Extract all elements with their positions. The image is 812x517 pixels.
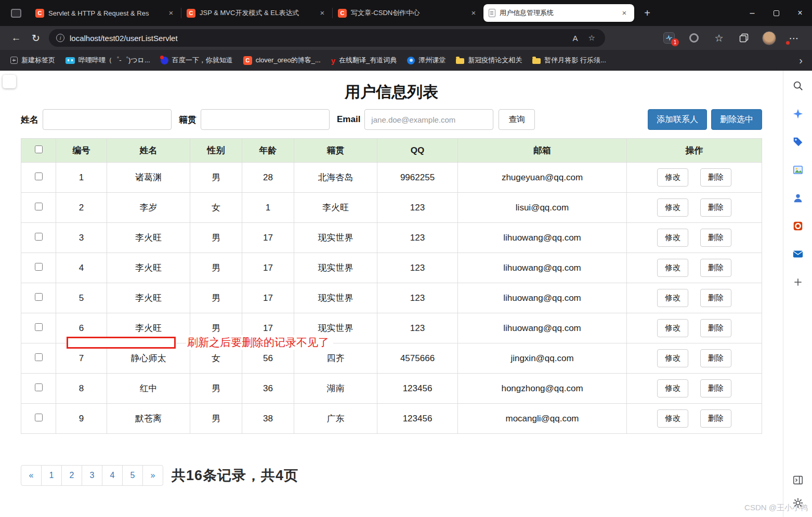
edit-button[interactable]: 修改	[657, 229, 688, 247]
collections-icon	[739, 33, 749, 43]
delete-button[interactable]: 删除	[700, 198, 731, 217]
tab-close-icon[interactable]: ×	[620, 8, 629, 18]
bookmark-youdao[interactable]: y 在线翻译_有道词典	[326, 53, 402, 68]
maximize-button[interactable]	[764, 0, 788, 26]
sidebar-search-button[interactable]	[791, 79, 805, 92]
csdn-icon: C	[243, 56, 252, 65]
pagination-page-2[interactable]: 2	[61, 465, 82, 486]
select-all-checkbox[interactable]	[35, 145, 43, 153]
bookmarks-overflow-chevron-icon[interactable]: ›	[795, 55, 807, 67]
profile-avatar[interactable]	[759, 29, 779, 47]
delete-button[interactable]: 删除	[700, 259, 731, 277]
pagination-page-5[interactable]: 5	[122, 465, 143, 486]
sidebar-shopping-button[interactable]	[791, 135, 805, 149]
row-checkbox[interactable]	[35, 414, 43, 421]
tab-close-icon[interactable]: ×	[469, 8, 478, 18]
address-bar[interactable]: i localhost/test02/userListServlet A ☆	[49, 29, 605, 47]
column-header-age: 年龄	[242, 139, 294, 163]
row-checkbox[interactable]	[35, 233, 43, 241]
browser-tab-user-system-active[interactable]: 用户信息管理系统 ×	[483, 4, 634, 22]
delete-button[interactable]: 删除	[700, 349, 731, 367]
tab-close-icon[interactable]: ×	[318, 8, 327, 18]
cell-id: 9	[56, 404, 107, 434]
new-tab-button[interactable]: +	[639, 5, 655, 21]
cell-actions: 修改 删除	[627, 253, 762, 283]
collections-button[interactable]	[734, 29, 754, 47]
edit-button[interactable]: 修改	[657, 409, 688, 428]
bookmark-csdn-blog[interactable]: C clover_oreo的博客_...	[238, 53, 326, 68]
edit-button[interactable]: 修改	[657, 349, 688, 367]
read-aloud-icon[interactable]: A	[570, 34, 581, 43]
edit-button[interactable]: 修改	[657, 168, 688, 187]
bookmark-folder-misc[interactable]: 暂伴月将影 行乐须...	[527, 53, 611, 68]
bookmark-baidu[interactable]: 百度一下，你就知道	[155, 53, 238, 68]
pagination-next[interactable]: »	[142, 465, 163, 486]
bookmark-tanzhou[interactable]: 潭州课堂	[402, 53, 451, 68]
sidebar-add-button[interactable]	[791, 275, 805, 289]
site-info-icon[interactable]: i	[56, 34, 64, 42]
name-input[interactable]	[43, 109, 172, 130]
row-checkbox-cell	[21, 193, 56, 223]
sidebar-images-button[interactable]	[791, 163, 805, 177]
cell-age: 17	[242, 223, 294, 253]
edit-button[interactable]: 修改	[657, 379, 688, 397]
delete-button[interactable]: 删除	[700, 289, 731, 307]
extensions-button[interactable]	[684, 29, 704, 47]
delete-button[interactable]: 删除	[700, 409, 731, 428]
edit-button[interactable]: 修改	[657, 319, 688, 337]
email-input[interactable]	[364, 109, 493, 130]
browser-tab-csdn-write[interactable]: C 写文章-CSDN创作中心 ×	[333, 4, 483, 22]
minimize-button[interactable]: –	[740, 0, 764, 26]
row-checkbox[interactable]	[35, 293, 43, 301]
url-text: localhost/test02/userListServlet	[70, 34, 565, 43]
row-checkbox[interactable]	[35, 383, 43, 391]
add-favorite-icon[interactable]: ☆	[586, 33, 598, 43]
delete-button[interactable]: 删除	[700, 379, 731, 397]
pagination-page-1[interactable]: 1	[41, 465, 62, 486]
pagination-page-3[interactable]: 3	[82, 465, 102, 486]
browser-essentials-button[interactable]: 1	[659, 29, 679, 47]
cell-hometown: 北海杏岛	[294, 163, 377, 193]
row-checkbox[interactable]	[35, 323, 43, 331]
add-contact-button[interactable]: 添加联系人	[648, 109, 707, 130]
close-window-button[interactable]: ×	[788, 0, 812, 26]
row-checkbox[interactable]	[35, 203, 43, 210]
refresh-button[interactable]: ↻	[26, 29, 46, 47]
cell-hometown: 现实世界	[294, 253, 377, 283]
browser-tab-jsp[interactable]: C JSP & MVC开发模式 & EL表达式 ×	[181, 4, 332, 22]
row-checkbox[interactable]	[35, 173, 43, 180]
sidebar-office-button[interactable]	[791, 219, 805, 233]
delete-selected-button[interactable]: 删除选中	[711, 109, 762, 130]
sidebar-games-button[interactable]	[791, 191, 805, 205]
bookmark-bilibili[interactable]: 哔哩哔哩（゜-゜)つロ...	[60, 53, 155, 68]
browser-tab-servlet[interactable]: C Servlet & HTTP & Request & Res ×	[30, 4, 181, 22]
row-checkbox[interactable]	[35, 263, 43, 271]
hometown-label: 籍贯	[179, 114, 197, 126]
sidebar-settings-button[interactable]	[791, 496, 805, 510]
copilot-sparkle-icon	[792, 108, 804, 120]
delete-button[interactable]: 删除	[700, 229, 731, 247]
row-checkbox[interactable]	[35, 353, 43, 361]
favorites-button[interactable]: ☆	[709, 29, 729, 47]
pagination-page-4[interactable]: 4	[102, 465, 123, 486]
sidebar-copilot-button[interactable]	[791, 107, 805, 121]
back-button[interactable]: ←	[6, 29, 26, 47]
query-button[interactable]: 查询	[499, 109, 535, 130]
pagination-prev[interactable]: «	[21, 465, 42, 486]
edit-button[interactable]: 修改	[657, 198, 688, 217]
settings-menu-button[interactable]: ⋯	[784, 29, 804, 47]
row-checkbox-cell	[21, 223, 56, 253]
delete-button[interactable]: 删除	[700, 319, 731, 337]
cell-id: 1	[56, 163, 107, 193]
hometown-input[interactable]	[201, 109, 330, 130]
edit-button[interactable]: 修改	[657, 289, 688, 307]
workspaces-button[interactable]	[7, 5, 25, 21]
cell-email: lisui@qq.com	[458, 193, 627, 223]
edit-button[interactable]: 修改	[657, 259, 688, 277]
sidebar-outlook-button[interactable]	[791, 247, 805, 261]
sidebar-panel-button[interactable]	[791, 473, 805, 487]
tab-close-icon[interactable]: ×	[166, 8, 176, 18]
bookmark-folder-covid[interactable]: 新冠疫情论文相关	[451, 53, 527, 68]
delete-button[interactable]: 删除	[700, 168, 731, 187]
bookmark-new-tab-page[interactable]: 新建标签页	[5, 53, 60, 68]
